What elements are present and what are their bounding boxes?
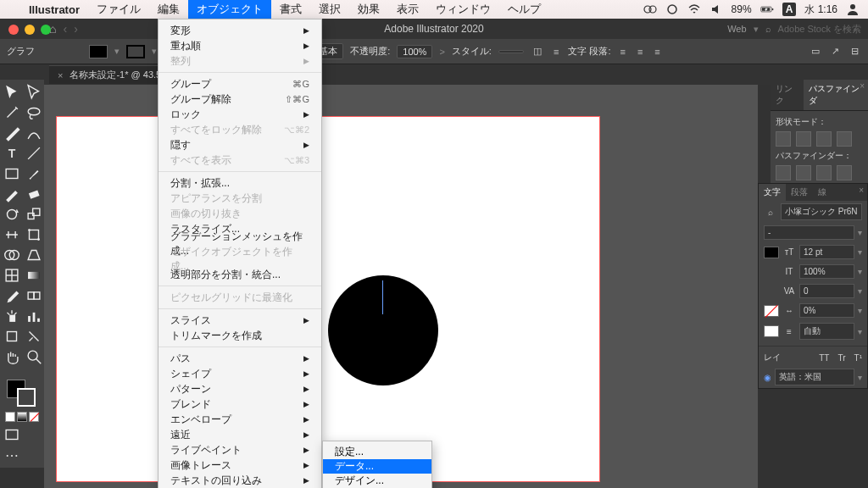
tab-links[interactable]: リンク <box>771 80 804 110</box>
stroke-swatch[interactable] <box>126 45 145 58</box>
close-char-panel-icon[interactable]: × <box>859 186 864 195</box>
menu-perspective[interactable]: 遠近▶ <box>159 427 321 442</box>
tab-character[interactable]: 文字 <box>759 184 786 201</box>
char-fill-swatch[interactable] <box>764 247 779 258</box>
menu-edit[interactable]: 編集 <box>149 0 188 19</box>
leading[interactable]: 100% <box>799 264 854 279</box>
search-icon[interactable]: ⌕ <box>765 24 771 34</box>
doc-setup-icon[interactable]: ◫ <box>531 46 544 57</box>
submenu-data[interactable]: データ... <box>323 459 431 474</box>
free-transform-tool[interactable] <box>24 225 44 244</box>
style-select[interactable] <box>498 50 524 53</box>
menu-effect[interactable]: 効果 <box>349 0 388 19</box>
width-tool[interactable] <box>2 225 22 244</box>
rectangle-tool[interactable] <box>2 164 22 183</box>
rotate-tool[interactable] <box>2 205 22 224</box>
slice-tool[interactable] <box>24 327 44 346</box>
close-window[interactable] <box>8 25 19 35</box>
workspace-select[interactable]: Web <box>727 24 746 34</box>
menu-view[interactable]: 表示 <box>388 0 427 19</box>
menu-livepaint[interactable]: ライブペイント▶ <box>159 442 321 458</box>
volume-icon[interactable] <box>709 3 723 16</box>
close-tab-icon[interactable]: × <box>58 70 63 80</box>
gradient-tool[interactable] <box>24 266 44 285</box>
record-icon[interactable] <box>643 3 657 16</box>
menu-textwrap[interactable]: テキストの回り込み▶ <box>159 473 321 488</box>
tab-stroke[interactable]: 線 <box>813 184 832 201</box>
graph-tool[interactable] <box>24 307 44 325</box>
perspective-tool[interactable] <box>24 246 44 264</box>
menu-slice[interactable]: スライス▶ <box>159 313 321 328</box>
app-name[interactable]: Illustrator <box>20 3 88 16</box>
menu-envelope[interactable]: エンベロープ▶ <box>159 412 321 427</box>
stock-search[interactable]: Adobe Stock を検索 <box>778 23 861 36</box>
menu-expand[interactable]: 分割・拡張... <box>159 175 321 191</box>
menu-arrange[interactable]: 重ね順▶ <box>159 38 321 53</box>
menu-trimmarks[interactable]: トリムマークを作成 <box>159 328 321 343</box>
panel-toggle-icon[interactable]: ⊟ <box>849 46 861 57</box>
unite-icon[interactable] <box>776 131 791 147</box>
selection-tool[interactable] <box>2 83 22 102</box>
font-weight[interactable]: - <box>764 225 854 240</box>
dnd-icon[interactable] <box>665 3 679 16</box>
canvas-workspace[interactable] <box>44 85 758 488</box>
mesh-tool[interactable] <box>2 266 22 285</box>
menu-shape[interactable]: シェイプ▶ <box>159 366 321 381</box>
char-bg-swatch[interactable] <box>764 325 779 337</box>
menu-pattern[interactable]: パターン▶ <box>159 381 321 396</box>
minus-front-icon[interactable] <box>796 131 811 147</box>
exclude-icon[interactable] <box>837 131 852 147</box>
user-icon[interactable] <box>846 3 860 16</box>
fill-stroke-indicator[interactable] <box>2 378 44 408</box>
edit-toolbar[interactable]: ⋯ <box>2 446 22 464</box>
menu-help[interactable]: ヘルプ <box>499 0 549 19</box>
menu-window[interactable]: ウィンドウ <box>427 0 499 19</box>
merge-icon[interactable] <box>816 165 832 180</box>
input-source-icon[interactable]: A <box>782 3 797 16</box>
menu-object[interactable]: オブジェクト <box>188 0 271 19</box>
tab-paragraph[interactable]: 段落 <box>786 184 813 201</box>
divide-icon[interactable] <box>776 165 791 180</box>
minimize-window[interactable] <box>25 25 35 35</box>
eraser-tool[interactable] <box>24 185 44 203</box>
battery-icon[interactable] <box>760 3 774 16</box>
nav-next-icon[interactable]: › <box>74 22 78 36</box>
artboard[interactable] <box>57 117 599 481</box>
eyedropper-tool[interactable] <box>2 286 22 305</box>
menu-blend[interactable]: ブレンド▶ <box>159 396 321 412</box>
search-font-icon[interactable]: ⌕ <box>764 208 777 217</box>
color-mode-none[interactable] <box>29 412 39 422</box>
language[interactable]: 英語：米国 <box>775 369 854 385</box>
nav-prev-icon[interactable]: ‹ <box>63 22 67 36</box>
magic-wand-tool[interactable] <box>2 103 22 122</box>
pen-tool[interactable] <box>2 124 22 142</box>
menu-type[interactable]: 書式 <box>271 0 310 19</box>
align-center-icon[interactable]: ≡ <box>635 47 645 57</box>
menu-lock[interactable]: ロック▶ <box>159 107 321 122</box>
paintbrush-tool[interactable] <box>24 164 44 183</box>
lasso-tool[interactable] <box>24 103 44 122</box>
artboard-tool[interactable] <box>2 327 22 346</box>
color-mode-gradient[interactable] <box>17 412 27 422</box>
screen-mode[interactable] <box>2 425 22 444</box>
menu-ungroup[interactable]: グループ解除⇧⌘G <box>159 92 321 107</box>
wifi-icon[interactable] <box>687 3 701 16</box>
maximize-window[interactable] <box>41 25 51 35</box>
superscript-icon[interactable]: T¹ <box>854 353 862 363</box>
hand-tool[interactable] <box>2 347 22 366</box>
align-right-icon[interactable]: ≡ <box>652 47 662 57</box>
menu-group[interactable]: グループ⌘G <box>159 76 321 92</box>
align-left-icon[interactable]: ≡ <box>617 47 627 57</box>
blend-tool[interactable] <box>24 286 44 305</box>
menu-path[interactable]: パス▶ <box>159 351 321 366</box>
opacity-value[interactable]: 100% <box>397 45 432 58</box>
submenu-design[interactable]: デザイン... <box>323 474 431 488</box>
shape-builder-tool[interactable] <box>2 246 22 264</box>
shaper-tool[interactable] <box>2 185 22 203</box>
menu-hide[interactable]: 隠す▶ <box>159 137 321 152</box>
menu-file[interactable]: ファイル <box>88 0 149 19</box>
clock[interactable]: 水 1:16 <box>804 3 837 17</box>
fill-swatch[interactable] <box>89 45 108 58</box>
graph-object-pie[interactable] <box>328 275 438 385</box>
crop-icon[interactable] <box>837 165 852 180</box>
